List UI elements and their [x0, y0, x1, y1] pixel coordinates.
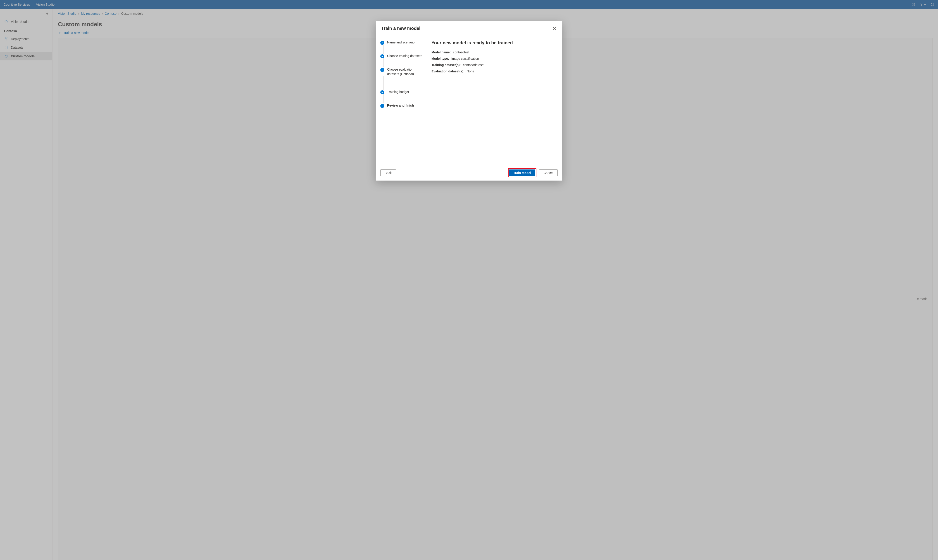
review-key: Model type:: [431, 57, 449, 60]
step-review-finish[interactable]: Review and finish: [380, 103, 423, 108]
modal-overlay: Train a new model Name and scenario: [0, 0, 938, 560]
review-row-model-name: Model name: contosotest: [431, 51, 556, 54]
review-key: Training dataset(s):: [431, 63, 461, 67]
review-heading: Your new model is ready to be trained: [431, 40, 556, 46]
review-row-evaluation-datasets: Evaluation dataset(s): None: [431, 69, 556, 73]
check-icon: [380, 68, 384, 72]
step-training-datasets[interactable]: Choose training datasets: [380, 54, 423, 58]
current-step-icon: [380, 104, 384, 108]
check-icon: [380, 90, 384, 94]
step-label: Choose training datasets: [387, 54, 422, 58]
cancel-button[interactable]: Cancel: [539, 169, 558, 176]
review-row-training-datasets: Training dataset(s): contosodataset: [431, 63, 556, 67]
step-name-scenario[interactable]: Name and scenario: [380, 40, 423, 45]
review-value: contosotest: [453, 51, 469, 54]
back-button[interactable]: Back: [380, 169, 396, 176]
review-panel: Your new model is ready to be trained Mo…: [425, 35, 562, 165]
step-training-budget[interactable]: Training budget: [380, 90, 423, 94]
review-key: Model name:: [431, 51, 451, 54]
train-model-dialog: Train a new model Name and scenario: [376, 21, 562, 180]
step-label: Review and finish: [387, 103, 414, 108]
step-label: Name and scenario: [387, 40, 414, 45]
review-key: Evaluation dataset(s):: [431, 69, 464, 73]
check-icon: [380, 54, 384, 58]
check-icon: [380, 41, 384, 45]
dialog-footer: Back Train model Cancel: [376, 165, 562, 180]
wizard-stepper: Name and scenario Choose training datase…: [376, 35, 425, 165]
close-icon[interactable]: [552, 26, 557, 31]
train-model-button[interactable]: Train model: [509, 169, 535, 176]
step-label: Choose evaluation datasets (Optional): [387, 68, 423, 76]
review-row-model-type: Model type: Image classification: [431, 57, 556, 60]
step-label: Training budget: [387, 90, 409, 94]
review-value: None: [466, 69, 474, 73]
dialog-title: Train a new model: [381, 26, 420, 31]
review-value: Image classification: [451, 57, 479, 60]
review-value: contosodataset: [463, 63, 484, 67]
step-evaluation-datasets[interactable]: Choose evaluation datasets (Optional): [380, 68, 423, 76]
highlight-annotation: Train model: [508, 168, 537, 177]
